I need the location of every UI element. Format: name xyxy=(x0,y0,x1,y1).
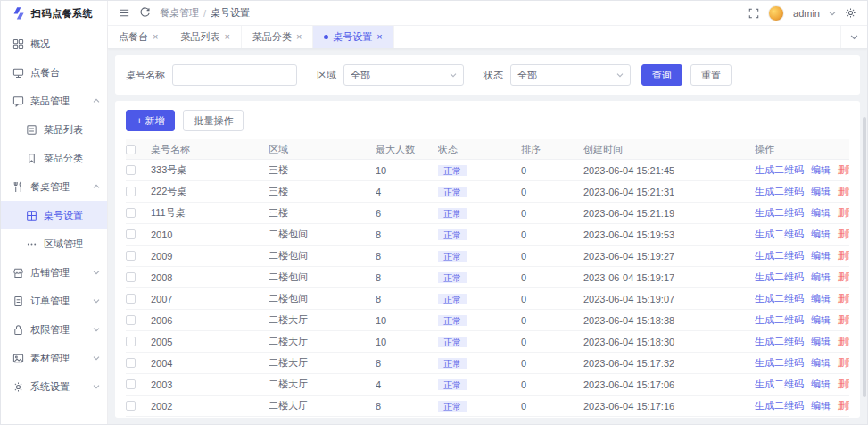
fullscreen-icon[interactable] xyxy=(748,8,759,19)
sidebar-item-permission-management[interactable]: 权限管理 xyxy=(1,315,107,344)
tab-table-number-settings[interactable]: 桌号设置 × xyxy=(313,26,393,48)
table-row[interactable]: 2006 二楼大厅 10 正常 0 2023-06-04 15:18:38 生成… xyxy=(126,310,849,331)
edit-link[interactable]: 编辑 xyxy=(811,228,831,241)
row-checkbox[interactable] xyxy=(126,358,136,368)
vertical-scrollbar[interactable] xyxy=(863,117,866,397)
row-checkbox[interactable] xyxy=(126,272,136,282)
edit-link[interactable]: 编辑 xyxy=(811,356,831,370)
generate-qrcode-link[interactable]: 生成二维码 xyxy=(755,271,804,284)
close-icon[interactable]: × xyxy=(296,32,302,42)
sidebar-item-system-settings[interactable]: 系统设置 xyxy=(1,372,107,401)
close-icon[interactable]: × xyxy=(224,32,229,42)
table-row[interactable]: 2004 二楼大厅 8 正常 0 2023-06-04 15:17:32 生成二… xyxy=(126,353,849,374)
status-select[interactable]: 全部 xyxy=(510,64,631,86)
delete-link[interactable]: 删除 xyxy=(838,249,849,262)
generate-qrcode-link[interactable]: 生成二维码 xyxy=(755,292,804,305)
table-row[interactable]: 333号桌 三楼 10 正常 0 2023-06-04 15:21:45 生成二… xyxy=(126,160,849,181)
sidebar-item-area-management[interactable]: 区域管理 xyxy=(1,229,107,258)
sidebar-item-overview[interactable]: 概况 xyxy=(1,29,107,58)
sidebar-item-dish-management[interactable]: 菜品管理 xyxy=(1,87,107,115)
add-button[interactable]: + 新增 xyxy=(126,110,175,131)
delete-link[interactable]: 删除 xyxy=(838,399,849,412)
edit-link[interactable]: 编辑 xyxy=(811,249,831,262)
delete-link[interactable]: 删除 xyxy=(838,313,849,327)
delete-link[interactable]: 删除 xyxy=(838,335,849,348)
delete-link[interactable]: 删除 xyxy=(838,185,849,198)
user-name[interactable]: admin xyxy=(793,8,820,19)
chevron-down-icon[interactable] xyxy=(829,10,836,17)
tab-dish-list[interactable]: 菜品列表 × xyxy=(169,26,241,48)
edit-link[interactable]: 编辑 xyxy=(811,378,831,391)
delete-link[interactable]: 删除 xyxy=(838,292,849,305)
batch-actions-button[interactable]: 批量操作 xyxy=(183,110,244,131)
generate-qrcode-link[interactable]: 生成二维码 xyxy=(755,335,804,348)
row-checkbox[interactable] xyxy=(126,337,136,346)
edit-link[interactable]: 编辑 xyxy=(811,292,831,305)
table-row[interactable]: 111号桌 三楼 6 正常 0 2023-06-04 15:21:19 生成二维… xyxy=(126,203,849,224)
delete-link[interactable]: 删除 xyxy=(838,356,849,370)
sidebar-item-dish-list[interactable]: 菜品列表 xyxy=(1,115,107,144)
row-checkbox[interactable] xyxy=(126,208,136,218)
table-row[interactable]: 2002 二楼大厅 8 正常 0 2023-06-04 15:17:16 生成二… xyxy=(126,396,849,417)
sidebar-item-table-number-settings[interactable]: 桌号设置 xyxy=(1,201,107,229)
breadcrumb-parent[interactable]: 餐桌管理 xyxy=(160,6,199,20)
gear-icon[interactable] xyxy=(845,7,856,19)
area-select[interactable]: 全部 xyxy=(343,64,464,86)
generate-qrcode-link[interactable]: 生成二维码 xyxy=(755,206,804,220)
generate-qrcode-link[interactable]: 生成二维码 xyxy=(755,313,804,327)
delete-link[interactable]: 删除 xyxy=(838,271,849,284)
avatar[interactable] xyxy=(768,5,784,21)
delete-link[interactable]: 删除 xyxy=(838,228,849,241)
table-name-input[interactable] xyxy=(172,64,297,86)
row-checkbox[interactable] xyxy=(126,379,136,389)
sidebar-item-dish-category[interactable]: 菜品分类 xyxy=(1,144,107,172)
reset-button[interactable]: 重置 xyxy=(690,64,732,86)
table-row[interactable]: 2005 二楼大厅 10 正常 0 2023-06-04 15:18:30 生成… xyxy=(126,331,849,353)
row-checkbox[interactable] xyxy=(126,165,136,175)
edit-link[interactable]: 编辑 xyxy=(811,163,831,177)
table-row[interactable]: 2009 二楼包间 8 正常 0 2023-06-04 15:19:27 生成二… xyxy=(126,246,849,267)
edit-link[interactable]: 编辑 xyxy=(811,399,831,412)
close-icon[interactable]: × xyxy=(376,32,382,42)
search-button[interactable]: 查询 xyxy=(641,64,682,86)
table-row[interactable]: 2007 二楼包间 8 正常 0 2023-06-04 15:19:07 生成二… xyxy=(126,288,849,310)
generate-qrcode-link[interactable]: 生成二维码 xyxy=(755,399,804,412)
tab-order-desk[interactable]: 点餐台 × xyxy=(108,26,169,48)
close-icon[interactable]: × xyxy=(153,32,158,42)
tab-options-dropdown[interactable] xyxy=(840,26,867,48)
edit-link[interactable]: 编辑 xyxy=(811,206,831,220)
edit-link[interactable]: 编辑 xyxy=(811,335,831,348)
sidebar-item-material-management[interactable]: 素材管理 xyxy=(1,344,107,372)
sidebar-item-order-management[interactable]: 订单管理 xyxy=(1,287,107,315)
delete-link[interactable]: 删除 xyxy=(838,378,849,391)
edit-link[interactable]: 编辑 xyxy=(811,271,831,284)
row-checkbox[interactable] xyxy=(126,229,136,239)
cell-max-people: 4 xyxy=(376,379,438,390)
row-checkbox[interactable] xyxy=(126,187,136,196)
delete-link[interactable]: 删除 xyxy=(838,163,849,177)
sidebar-item-order-desk[interactable]: 点餐台 xyxy=(1,58,107,87)
refresh-icon[interactable] xyxy=(139,7,151,19)
table-row[interactable]: 2010 二楼包间 8 正常 0 2023-06-04 15:19:53 生成二… xyxy=(126,224,849,246)
table-row[interactable]: 2003 二楼大厅 4 正常 0 2023-06-04 15:17:06 生成二… xyxy=(126,374,849,396)
sidebar-item-shop-management[interactable]: 店铺管理 xyxy=(1,258,107,287)
sidebar-item-table-management[interactable]: 餐桌管理 xyxy=(1,172,107,201)
tab-dish-category[interactable]: 菜品分类 × xyxy=(242,26,313,48)
table-row[interactable]: 222号桌 三楼 4 正常 0 2023-06-04 15:21:31 生成二维… xyxy=(126,181,849,203)
hamburger-menu-icon[interactable] xyxy=(119,7,130,19)
edit-link[interactable]: 编辑 xyxy=(811,185,831,198)
edit-link[interactable]: 编辑 xyxy=(811,313,831,327)
row-checkbox[interactable] xyxy=(126,401,136,411)
row-checkbox[interactable] xyxy=(126,315,136,325)
generate-qrcode-link[interactable]: 生成二维码 xyxy=(755,249,804,262)
row-checkbox[interactable] xyxy=(126,294,136,304)
select-all-checkbox[interactable] xyxy=(126,145,136,154)
generate-qrcode-link[interactable]: 生成二维码 xyxy=(755,228,804,241)
generate-qrcode-link[interactable]: 生成二维码 xyxy=(755,163,804,177)
generate-qrcode-link[interactable]: 生成二维码 xyxy=(755,356,804,370)
row-checkbox[interactable] xyxy=(126,251,136,261)
generate-qrcode-link[interactable]: 生成二维码 xyxy=(755,185,804,198)
generate-qrcode-link[interactable]: 生成二维码 xyxy=(755,378,804,391)
table-row[interactable]: 2008 二楼包间 8 正常 0 2023-06-04 15:19:17 生成二… xyxy=(126,267,849,288)
delete-link[interactable]: 删除 xyxy=(838,206,849,220)
